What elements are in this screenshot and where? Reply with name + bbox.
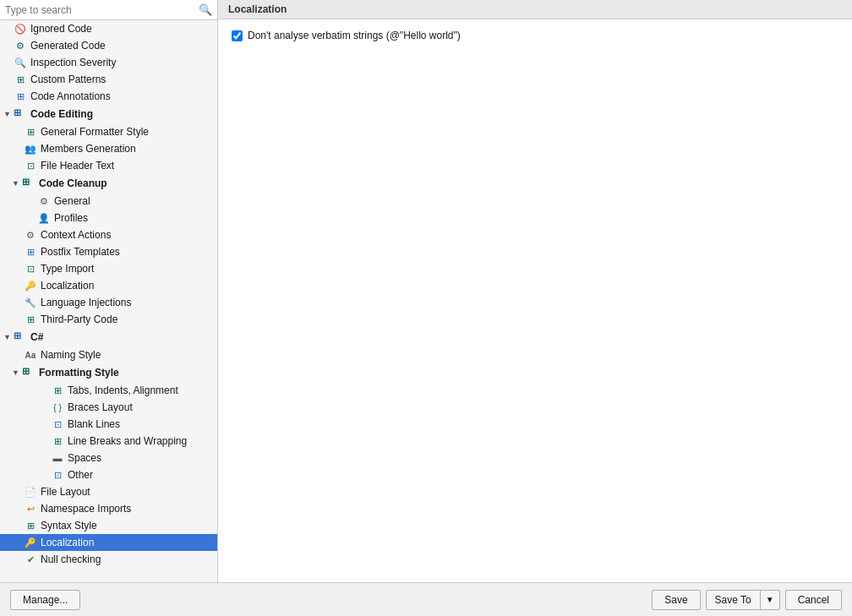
cancel-button[interactable]: Cancel [785, 590, 842, 610]
bottom-bar: Manage... Save Save To ▼ Cancel [0, 582, 852, 616]
members-generation-label: Members Generation [41, 143, 136, 155]
profiles-icon: 👤 [37, 211, 51, 225]
inspection-severity-label: Inspection Severity [30, 57, 116, 68]
tree-item-naming-style[interactable]: Aa Naming Style [0, 346, 217, 363]
postfix-templates-icon: ⊞ [24, 245, 37, 259]
group-code-cleanup[interactable]: ▼ ⊞ Code Cleanup [0, 174, 217, 193]
dont-analyse-label: Don't analyse verbatim strings (@"Hello … [248, 30, 461, 41]
tree-item-custom-patterns[interactable]: ⊞ Custom Patterns [0, 71, 217, 88]
group-code-editing[interactable]: ▼ ⊞ Code Editing [0, 105, 217, 123]
code-annotations-icon: ⊞ [14, 90, 27, 103]
profiles-label: Profiles [54, 212, 88, 224]
tree-container: 🚫 Ignored Code ⚙ Generated Code 🔍 Inspec… [0, 20, 217, 582]
bottom-right: Save Save To ▼ Cancel [652, 590, 842, 610]
search-input[interactable] [5, 4, 195, 16]
save-to-label[interactable]: Save To [707, 591, 761, 609]
right-panel-title: Localization [218, 0, 852, 19]
tree-item-code-annotations[interactable]: ⊞ Code Annotations [0, 88, 217, 105]
tree-item-language-injections[interactable]: 🔧 Language Injections [0, 294, 217, 311]
code-cleanup-icon: ⊞ [22, 177, 36, 190]
tree-item-third-party-code[interactable]: ⊞ Third-Party Code [0, 311, 217, 328]
tree-item-members-generation[interactable]: 👥 Members Generation [0, 140, 217, 157]
third-party-code-icon: ⊞ [24, 313, 37, 326]
other-icon: ⊡ [51, 468, 64, 482]
dont-analyse-row: Don't analyse verbatim strings (@"Hello … [232, 30, 838, 41]
bottom-left: Manage... [10, 590, 80, 610]
tree-item-line-breaks-wrapping[interactable]: ⊞ Line Breaks and Wrapping [0, 433, 217, 450]
general-formatter-style-label: General Formatter Style [41, 126, 149, 138]
tree-item-context-actions[interactable]: ⚙ Context Actions [0, 226, 217, 243]
code-cleanup-triangle: ▼ [12, 179, 20, 188]
tree-item-ignored-code[interactable]: 🚫 Ignored Code [0, 20, 217, 37]
code-cleanup-label: Code Cleanup [39, 177, 107, 189]
csharp-icon: ⊞ [14, 330, 27, 344]
left-panel: 🔍 🚫 Ignored Code ⚙ Generated Code 🔍 Insp… [0, 0, 218, 582]
tree-item-file-header-text[interactable]: ⊡ File Header Text [0, 157, 217, 174]
manage-button[interactable]: Manage... [10, 590, 80, 610]
tree-item-blank-lines[interactable]: ⊡ Blank Lines [0, 416, 217, 433]
ignored-code-icon: 🚫 [14, 22, 27, 35]
group-csharp[interactable]: ▼ ⊞ C# [0, 328, 217, 346]
tree-item-file-layout[interactable]: 📄 File Layout [0, 483, 217, 500]
localization-selected-label: Localization [41, 537, 94, 548]
code-annotations-label: Code Annotations [30, 90, 111, 102]
localization-top-icon: 🔑 [24, 279, 37, 292]
custom-patterns-icon: ⊞ [14, 73, 27, 86]
tree-item-localization-selected[interactable]: 🔑 Localization [0, 534, 217, 551]
tree-item-general-formatter-style[interactable]: ⊞ General Formatter Style [0, 123, 217, 140]
tabs-indents-icon: ⊞ [51, 384, 64, 397]
localization-selected-icon: 🔑 [24, 536, 37, 549]
save-to-arrow-icon[interactable]: ▼ [761, 591, 779, 608]
context-actions-label: Context Actions [41, 229, 111, 241]
tree-item-inspection-severity[interactable]: 🔍 Inspection Severity [0, 54, 217, 71]
custom-patterns-label: Custom Patterns [30, 74, 106, 85]
file-header-text-icon: ⊡ [24, 159, 37, 172]
tree-item-spaces[interactable]: ▬ Spaces [0, 450, 217, 466]
file-layout-icon: 📄 [24, 485, 37, 499]
generated-code-label: Generated Code [30, 40, 106, 52]
general-label: General [54, 195, 90, 207]
tree-item-postfix-templates[interactable]: ⊞ Postfix Templates [0, 243, 217, 260]
tree-item-general[interactable]: ⚙ General [0, 193, 217, 210]
members-generation-icon: 👥 [24, 142, 37, 155]
line-breaks-wrapping-label: Line Breaks and Wrapping [68, 435, 187, 447]
code-editing-triangle: ▼ [3, 110, 12, 118]
context-actions-icon: ⚙ [24, 228, 37, 242]
tree-item-null-checking[interactable]: ✔ Null checking [0, 551, 217, 568]
save-button[interactable]: Save [652, 590, 700, 610]
postfix-templates-label: Postfix Templates [41, 246, 120, 258]
search-bar: 🔍 [0, 0, 217, 20]
formatting-style-icon: ⊞ [22, 366, 36, 379]
spaces-label: Spaces [68, 452, 101, 464]
third-party-code-label: Third-Party Code [41, 313, 117, 325]
tree-item-braces-layout[interactable]: { } Braces Layout [0, 399, 217, 416]
tree-item-namespace-imports[interactable]: ↩ Namespace Imports [0, 500, 217, 517]
line-breaks-wrapping-icon: ⊞ [51, 434, 64, 448]
language-injections-label: Language Injections [41, 297, 131, 308]
search-icon: 🔍 [199, 3, 212, 16]
tree-item-generated-code[interactable]: ⚙ Generated Code [0, 37, 217, 54]
code-editing-icon: ⊞ [14, 107, 27, 121]
namespace-imports-label: Namespace Imports [41, 503, 131, 515]
right-panel-content: Don't analyse verbatim strings (@"Hello … [218, 19, 852, 582]
group-formatting-style[interactable]: ▼ ⊞ Formatting Style [0, 363, 217, 382]
language-injections-icon: 🔧 [24, 296, 37, 309]
formatting-style-triangle: ▼ [12, 368, 20, 377]
tree-item-syntax-style[interactable]: ⊞ Syntax Style [0, 517, 217, 534]
tree-item-profiles[interactable]: 👤 Profiles [0, 210, 217, 226]
code-editing-label: Code Editing [30, 108, 93, 120]
tree-item-other[interactable]: ⊡ Other [0, 466, 217, 483]
right-panel: Localization Don't analyse verbatim stri… [218, 0, 852, 582]
tree-item-tabs-indents[interactable]: ⊞ Tabs, Indents, Alignment [0, 382, 217, 399]
file-header-text-label: File Header Text [41, 160, 114, 172]
csharp-label: C# [30, 331, 43, 343]
save-to-button[interactable]: Save To ▼ [706, 590, 780, 610]
tree-item-localization-top[interactable]: 🔑 Localization [0, 277, 217, 294]
spaces-icon: ▬ [51, 451, 64, 465]
syntax-style-label: Syntax Style [41, 520, 97, 532]
naming-style-icon: Aa [24, 348, 37, 362]
dont-analyse-checkbox[interactable] [232, 30, 243, 41]
inspection-severity-icon: 🔍 [14, 56, 27, 69]
blank-lines-icon: ⊡ [51, 417, 64, 431]
tree-item-type-import[interactable]: ⊡ Type Import [0, 260, 217, 277]
